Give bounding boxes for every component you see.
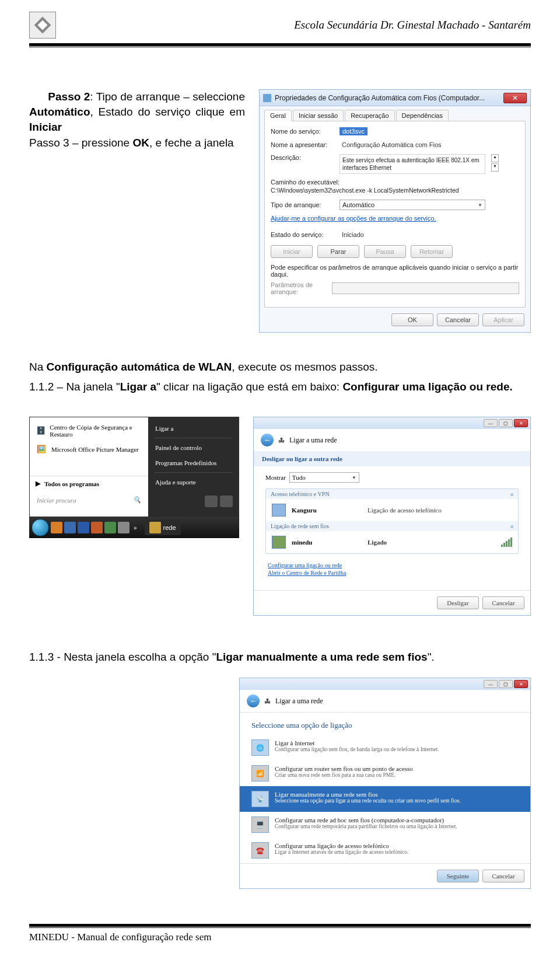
menu-item-picture[interactable]: 🖼️Microsoft Office Picture Manager bbox=[30, 441, 148, 458]
cancel-button[interactable]: Cancelar bbox=[437, 313, 479, 326]
note-text: Pode especificar os parâmetros de arranq… bbox=[271, 264, 519, 278]
taskbar-more[interactable]: » bbox=[131, 525, 139, 531]
filter-row: Mostrar Tudo▼ bbox=[265, 472, 519, 483]
max-button[interactable]: ▢ bbox=[499, 419, 513, 427]
step2-text: Passo 2: Tipo de arranque – seleccione A… bbox=[29, 89, 245, 333]
net-icon: 🖧 bbox=[264, 697, 271, 704]
lbl-estado: Estado do serviço: bbox=[271, 231, 335, 238]
tab-strip: Geral Iniciar sessão Recuperação Dependê… bbox=[260, 106, 530, 121]
min-button[interactable]: — bbox=[484, 680, 498, 688]
val-path: C:\Windows\system32\svchost.exe -k Local… bbox=[271, 187, 519, 194]
desligar-button[interactable]: Desligar bbox=[437, 596, 479, 609]
tb-app-icon[interactable] bbox=[118, 522, 130, 533]
header-line-thick bbox=[29, 43, 531, 46]
menu-painel[interactable]: Painel de controlo bbox=[148, 440, 239, 455]
lbl-param: Parâmetros de arranque: bbox=[271, 281, 327, 295]
ok-button[interactable]: OK bbox=[391, 313, 433, 326]
lbl-mostrar: Mostrar bbox=[265, 474, 286, 481]
start-orb[interactable] bbox=[32, 519, 49, 536]
apply-button[interactable]: Aplicar bbox=[482, 313, 524, 326]
tb-firefox-icon[interactable] bbox=[51, 522, 62, 533]
group-wifi: Ligação de rede sem fiosʌ bbox=[266, 521, 518, 531]
section-header: Desligar ou ligar a outra rede bbox=[254, 451, 530, 466]
back-button[interactable]: ← bbox=[247, 695, 260, 707]
chevron-down-icon: ▼ bbox=[352, 475, 356, 480]
nav-bar: ← 🖧 Ligar a uma rede bbox=[254, 429, 530, 451]
close-button[interactable]: ✕ bbox=[503, 93, 527, 103]
taskbar-folder[interactable]: rede bbox=[145, 520, 181, 535]
tb-word-icon[interactable] bbox=[78, 522, 89, 533]
link-configurar[interactable]: Configurar uma ligação ou rede bbox=[268, 562, 516, 568]
cancelar-button[interactable]: Cancelar bbox=[482, 596, 524, 609]
page-header: Escola Secundária Dr. Ginestal Machado -… bbox=[29, 12, 531, 39]
connections-box: Acesso telefónico e VPNʌ KanguruLigação … bbox=[265, 489, 519, 554]
group-dialup: Acesso telefónico e VPNʌ bbox=[266, 489, 518, 499]
pausa-button[interactable]: Pausa bbox=[364, 245, 406, 258]
header-line-thin bbox=[29, 47, 531, 47]
opt-router[interactable]: 📶Configurar um router sem fios ou um pon… bbox=[240, 760, 530, 786]
close-button[interactable]: ✕ bbox=[514, 680, 528, 688]
max-button[interactable]: ▢ bbox=[499, 680, 513, 688]
opt-adhoc[interactable]: 🖥️Configurar uma rede ad hoc sem fios (c… bbox=[240, 812, 530, 838]
net-icon: 🖧 bbox=[278, 437, 285, 444]
all-programs[interactable]: ▶Todos os programas bbox=[30, 476, 148, 491]
picture-icon: 🖼️ bbox=[36, 444, 47, 455]
scroll-up-icon[interactable]: ▲ bbox=[491, 154, 499, 162]
startup-type-select[interactable]: Automático▼ bbox=[340, 200, 485, 210]
start-menu: 🗄️Centro de Cópia de Segurança e Restaur… bbox=[29, 417, 239, 517]
window-controls: —▢✕ bbox=[240, 678, 530, 690]
step-112-text: 1.1.2 – Na janela "Ligar a" clicar na li… bbox=[29, 381, 531, 393]
collapse-icon[interactable]: ʌ bbox=[510, 524, 513, 529]
window-controls: —▢✕ bbox=[254, 417, 530, 429]
opt-dialup[interactable]: ☎️Configurar uma ligação de acesso telef… bbox=[240, 838, 530, 863]
scroll-down-icon[interactable]: ▼ bbox=[491, 163, 499, 172]
pc-icon: 🖥️ bbox=[251, 817, 269, 833]
iniciar-button[interactable]: Iniciar bbox=[271, 245, 313, 258]
menu-item-backup[interactable]: 🗄️Centro de Cópia de Segurança e Restaur… bbox=[30, 421, 148, 441]
help-link[interactable]: Ajudar-me a configurar as opções de arra… bbox=[271, 215, 519, 222]
search-icon: 🔍 bbox=[133, 496, 141, 504]
wizard-subtitle: Seleccione uma opção de ligação bbox=[240, 713, 530, 735]
school-name: Escola Secundária Dr. Ginestal Machado -… bbox=[294, 19, 531, 32]
min-button[interactable]: — bbox=[484, 419, 498, 427]
val-estado: Iniciado bbox=[340, 230, 519, 239]
lock-icon[interactable] bbox=[220, 496, 233, 507]
collapse-icon[interactable]: ʌ bbox=[510, 491, 513, 497]
connect-dialog: —▢✕ ← 🖧 Ligar a uma rede Desligar ou lig… bbox=[253, 417, 531, 616]
tab-geral[interactable]: Geral bbox=[264, 110, 292, 121]
dialog-heading: Ligar a uma rede bbox=[275, 697, 323, 706]
folder-icon bbox=[149, 522, 161, 533]
tb-excel-icon[interactable] bbox=[104, 522, 116, 533]
conn-kanguru[interactable]: KanguruLigação de acesso telefónico bbox=[266, 499, 518, 521]
opt-manual-wifi[interactable]: 📡Ligar manualmente a uma rede sem fiosSe… bbox=[240, 786, 530, 812]
tb-ie-icon[interactable] bbox=[64, 522, 76, 533]
properties-dialog: Propriedades de Configuração Automática … bbox=[259, 89, 531, 333]
retomar-button[interactable]: Retomar bbox=[411, 245, 453, 258]
opt-internet[interactable]: 🌐Ligar à InternetConfigurar uma ligação … bbox=[240, 735, 530, 760]
modem-icon bbox=[272, 504, 286, 517]
lbl-nome: Nome do serviço: bbox=[271, 128, 335, 135]
menu-ligar-a[interactable]: Ligar a bbox=[148, 421, 239, 436]
footer-text: MINEDU - Manual de configuração rede sem bbox=[29, 931, 531, 943]
cancel-button[interactable]: Cancelar bbox=[482, 870, 524, 882]
param-input bbox=[332, 282, 519, 294]
close-button[interactable]: ✕ bbox=[514, 419, 528, 427]
router-icon: 📶 bbox=[251, 765, 269, 781]
tb-ppt-icon[interactable] bbox=[91, 522, 103, 533]
back-button[interactable]: ← bbox=[261, 434, 274, 446]
tab-dep[interactable]: Dependências bbox=[396, 110, 449, 121]
menu-ajuda[interactable]: Ajuda e suporte bbox=[148, 474, 239, 490]
link-centro[interactable]: Abrir o Centro de Rede e Partilha bbox=[268, 570, 516, 576]
parar-button[interactable]: Parar bbox=[317, 245, 359, 258]
menu-programas[interactable]: Programas Predefinidos bbox=[148, 455, 239, 470]
power-icon[interactable] bbox=[205, 496, 218, 507]
wizard-dialog: —▢✕ ← 🖧 Ligar a uma rede Seleccione uma … bbox=[239, 678, 531, 889]
tab-iniciar[interactable]: Iniciar sessão bbox=[293, 110, 344, 121]
conn-minedu[interactable]: mineduLigado bbox=[266, 531, 518, 553]
tab-recup[interactable]: Recuperação bbox=[345, 110, 394, 121]
filter-select[interactable]: Tudo▼ bbox=[289, 472, 359, 483]
lbl-tipo: Tipo de arranque: bbox=[271, 201, 335, 208]
search-box[interactable]: Iniciar procura🔍 bbox=[33, 494, 145, 505]
next-button[interactable]: Seguinte bbox=[437, 870, 479, 882]
chevron-down-icon: ▼ bbox=[478, 203, 482, 208]
